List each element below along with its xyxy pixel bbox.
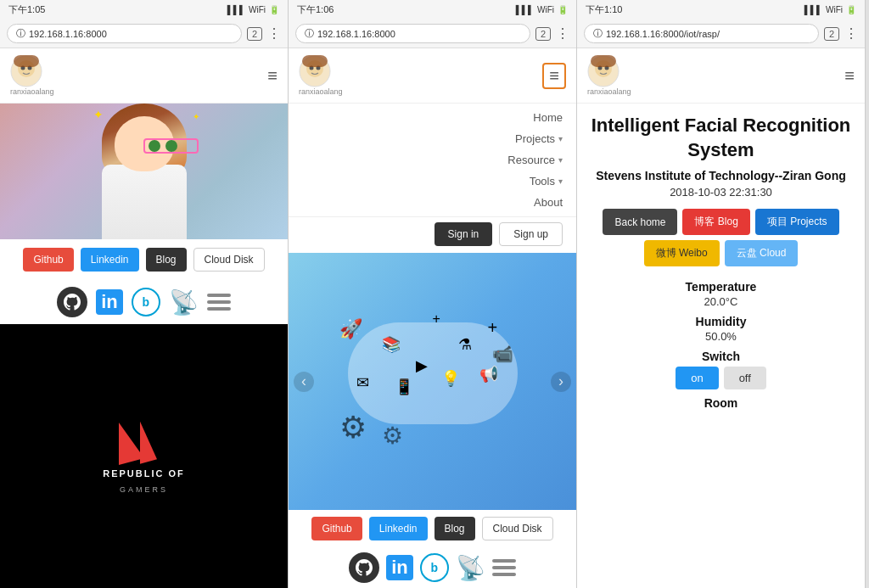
humidity-label: Humidity [591,315,851,328]
sparkle-2: ✦ [193,112,199,121]
linkedin-btn-1[interactable]: Linkedin [81,248,139,272]
hamburger-1[interactable]: ≡ [267,66,278,86]
linkedin-icon-2[interactable]: in [386,555,413,580]
url-bar-1[interactable]: ⓘ 192.168.1.16:8000 [7,24,242,43]
plus-icon-2: + [433,311,440,327]
more-btn-3[interactable]: ⋮ [844,25,858,42]
cloud-btn-3[interactable]: 云盘 Cloud [725,240,799,266]
blog-btn-1[interactable]: Blog [146,248,187,272]
switch-label: Switch [591,350,851,363]
battery-icon-3: 🔋 [846,5,856,14]
funnel-icon: ⚗ [458,335,472,354]
logo-face-1 [10,55,42,87]
gear-icon-2: ⚙ [382,422,403,450]
bilibili-icon-2[interactable]: b [420,553,449,582]
github-icon-1[interactable] [57,287,87,317]
menu-item-about[interactable]: About [302,192,563,213]
p3-btn-row1: Back home 博客 Blog 项目 Projects [591,209,851,235]
browser-bar-3: ⓘ 192.168.1.16:8000/iot/rasp/ 2 ⋮ [577,20,865,48]
github-icon-2[interactable] [349,552,379,583]
menu-label-resource: Resource [507,154,555,166]
status-bar-3: 下午1:10 ▌▌▌ WiFi 🔋 [577,0,865,20]
phone2-content: ranxiaoalang ≡ Home Projects ▾ Resource … [289,48,576,588]
tab-count-1[interactable]: 2 [247,27,262,41]
gear-icon: ⚙ [339,410,367,445]
glasses [143,138,199,154]
menu-icon-2 [492,559,516,576]
p3-nav: ranxiaoalang ≡ [577,48,865,104]
menu-item-tools[interactable]: Tools ▾ [302,171,563,192]
menu-item-home[interactable]: Home [302,107,563,128]
back-home-btn[interactable]: Back home [603,209,677,235]
book-icon: 📚 [382,335,401,354]
cloud-btn-1[interactable]: Cloud Disk [193,248,265,272]
rog-slash-2 [140,417,157,463]
blog-btn-3[interactable]: 博客 Blog [682,209,749,235]
url-text-3: 192.168.1.16:8000/iot/rasp/ [606,29,720,39]
time-3: 下午1:10 [586,3,622,16]
arrow-resource: ▾ [558,155,563,165]
rog-logo [110,419,178,462]
next-arrow[interactable]: › [551,372,571,392]
signin-btn[interactable]: Sign in [434,222,493,246]
p2-menu: Home Projects ▾ Resource ▾ Tools ▾ About [289,104,576,217]
status-icons-3: ▌▌▌ WiFi 🔋 [805,5,856,14]
p1-nav: ranxiaoalang ≡ [0,48,288,104]
bilibili-icon-1[interactable]: b [132,288,160,316]
projects-btn[interactable]: 项目 Projects [755,209,839,235]
blog-btn-2[interactable]: Blog [434,517,475,540]
tab-count-3[interactable]: 2 [824,27,839,41]
menu-label-tools: Tools [530,175,555,188]
p2-buttons: Github Linkedin Blog Cloud Disk [289,510,576,547]
signup-btn[interactable]: Sign up [499,222,563,246]
menu-item-projects[interactable]: Projects ▾ [302,128,563,149]
prev-arrow[interactable]: ‹ [294,372,314,392]
tab-count-2[interactable]: 2 [535,27,551,41]
p2-hero: ‹ › 🚀 📚 ▶ ⚗ + + ✉ 📱 💡 📢 ⚙ ⚙ 📹 [289,253,576,510]
github-btn-1[interactable]: Github [23,248,73,272]
security-icon-1: ⓘ [16,27,25,40]
more-btn-2[interactable]: ⋮ [556,25,569,42]
status-bar-2: 下午1:06 ▌▌▌ WiFi 🔋 [289,0,576,20]
wifi-icon-1: WiFi [249,5,266,14]
phone-3: 下午1:10 ▌▌▌ WiFi 🔋 ⓘ 192.168.1.16:8000/io… [577,0,866,588]
hamburger-2[interactable]: ≡ [542,63,566,89]
p2-logo-text: ranxiaoalang [299,87,343,96]
security-icon-2: ⓘ [305,27,314,40]
security-icon-3: ⓘ [593,27,603,40]
logo-face-2 [299,55,331,87]
p1-hero: ✦ ✦ [0,104,288,239]
on-btn[interactable]: on [676,367,718,389]
off-btn[interactable]: off [724,367,766,389]
page-title: Intelligent Facial Recognition System [591,114,851,162]
battery-icon-2: 🔋 [558,5,568,14]
weibo-btn[interactable]: 微博 Weibo [644,240,720,266]
hamburger-3[interactable]: ≡ [844,66,855,86]
menu-icon-1 [207,294,231,311]
github-btn-2[interactable]: Github [311,517,362,540]
url-bar-3[interactable]: ⓘ 192.168.1.16:8000/iot/rasp/ [584,24,819,43]
page-date: 2018-10-03 22:31:30 [591,186,851,199]
linkedin-icon-1[interactable]: in [96,289,123,315]
plus-icon: + [488,318,498,338]
menu-item-resource[interactable]: Resource ▾ [302,149,563,171]
status-icons-2: ▌▌▌ WiFi 🔋 [516,5,568,14]
wifi-icon-2: WiFi [537,5,554,14]
time-1: 下午1:05 [8,3,45,16]
url-text-1: 192.168.1.16:8000 [29,29,107,39]
rog-text: REPUBLIC OF [103,468,185,479]
logo-face-3 [587,55,620,87]
rocket-icon: 🚀 [339,318,362,340]
url-bar-2[interactable]: ⓘ 192.168.1.16:8000 [295,24,530,43]
tablet-icon: 📱 [395,378,413,396]
linkedin-btn-2[interactable]: Linkedin [369,517,428,540]
sensor-section: Temperature 20.0°C Humidity 50.0% Switch… [591,280,851,410]
cloud-illustration: 🚀 📚 ▶ ⚗ + + ✉ 📱 💡 📢 ⚙ ⚙ 📹 [331,310,535,454]
url-text-2: 192.168.1.16:8000 [317,29,395,39]
sparkle-1: ✦ [93,108,104,121]
phone1-content: ranxiaoalang ≡ [0,48,288,588]
cloud-btn-2[interactable]: Cloud Disk [482,517,553,540]
svg-rect-14 [591,55,616,67]
more-btn-1[interactable]: ⋮ [267,25,281,42]
status-icons-1: ▌▌▌ WiFi 🔋 [227,5,279,14]
